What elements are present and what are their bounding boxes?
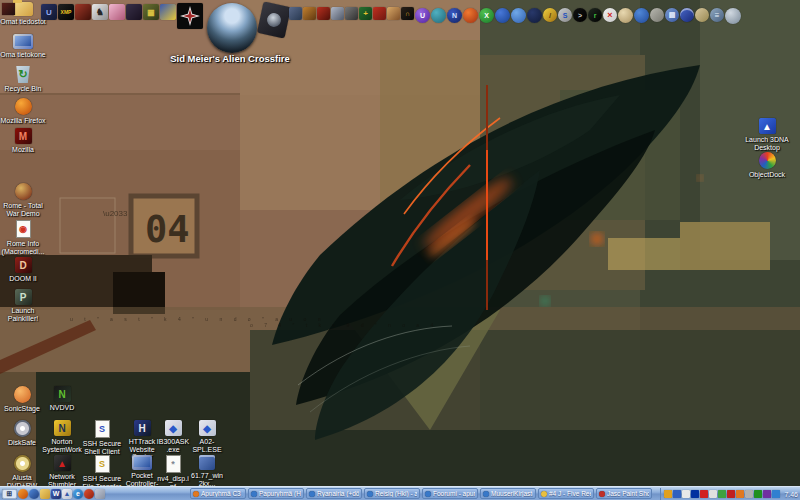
misc-quick-icon[interactable]	[95, 489, 105, 499]
desktop-icon-ib300ask-exe[interactable]: ◆IB300ASK.exe	[156, 420, 190, 453]
black-book-icon[interactable]	[257, 1, 291, 38]
task-button-2[interactable]: Papuryhmä (Hki) - ap...	[248, 488, 304, 499]
tray-icon-11[interactable]	[754, 490, 762, 498]
driver-installer-icon	[199, 455, 215, 470]
start-button[interactable]: ⊞	[2, 489, 17, 499]
ie-quick-icon[interactable]: e	[73, 489, 83, 499]
desktop-icon-disksafe[interactable]: DiskSafe	[2, 420, 42, 447]
alien-crossfire-globe-icon[interactable]	[207, 3, 257, 53]
icon-glyph: XMP	[61, 9, 72, 15]
task-button-1[interactable]: Apuryhmä C3 Foorumi -	[190, 488, 246, 499]
tray-icon-3[interactable]	[682, 490, 690, 498]
compass-icon[interactable]	[177, 3, 203, 29]
alusta-dvd-icon	[14, 455, 31, 472]
desktop-icon-rome-info-macromedi[interactable]: ◉Rome Info (Macromedi...	[0, 220, 46, 255]
task-button-8[interactable]: Jasc Paint Shop Pro	[596, 488, 652, 499]
browser-ball-quick-icon[interactable]	[29, 489, 39, 499]
tray-icon-6[interactable]	[709, 490, 717, 498]
desktop-icon-doom-ii[interactable]: DDOOM II	[0, 257, 46, 283]
desktop-icon-nvdvd[interactable]: NNVDVD	[42, 386, 82, 412]
monk-icon[interactable]	[387, 7, 400, 20]
tray-icon-13[interactable]	[772, 490, 780, 498]
green-monitor-icon[interactable]: r	[588, 8, 602, 22]
dark-app-icon[interactable]	[126, 4, 142, 20]
desktop-icon-mozilla[interactable]: MMozilla	[0, 128, 46, 154]
desktop-icon-ssh-secure-shell-client[interactable]: SSSH Secure Shell Client	[82, 420, 122, 455]
blue-ball-icon[interactable]	[495, 8, 510, 23]
pistol-icon[interactable]	[345, 7, 358, 20]
calculator-icon[interactable]: ▤	[665, 8, 679, 22]
tray-icon-5[interactable]	[700, 490, 708, 498]
desktop-icon-61-77-win2kx[interactable]: 61.77_win2kx...	[190, 455, 224, 487]
desktop-icon-launch-painkiller[interactable]: PLaunch Painkiller!	[0, 289, 46, 322]
task-button-4[interactable]: Reisig (Hki) - apuryt...	[364, 488, 420, 499]
navy-cursor-icon[interactable]: N	[447, 8, 462, 23]
httrack-icon: H	[134, 420, 151, 436]
desktop-icon-objectdock[interactable]: ObjectDock	[742, 152, 792, 179]
grey-box-icon[interactable]	[650, 8, 664, 22]
map-pencil-icon[interactable]	[695, 8, 709, 22]
icon-glyph: ▦	[147, 8, 155, 17]
terminal-icon[interactable]: >	[573, 8, 587, 22]
utopia-u-icon[interactable]: U	[41, 4, 57, 20]
kanji-icon[interactable]	[373, 7, 386, 20]
gold-helmet-icon[interactable]: ∩	[401, 7, 414, 20]
task-button-3[interactable]: Ryanairia (+dönk) - ap...	[306, 488, 362, 499]
desktop-icon-a02-spl-ese[interactable]: ◆A02-SPL.ESE	[190, 420, 224, 453]
word-quick-icon[interactable]: W	[51, 489, 61, 499]
tray-icon-12[interactable]	[763, 490, 771, 498]
desktop-icon-recycle-bin[interactable]: ↻Recycle Bin	[0, 66, 46, 93]
desktop-icon-alusta-dvd-rw[interactable]: Alusta DVD+RW	[2, 455, 42, 489]
light-blue-ball-icon[interactable]	[511, 8, 526, 23]
drive-stack-icon[interactable]: ≡	[710, 8, 724, 22]
chess-icon[interactable]: ♞	[92, 4, 108, 20]
green-card-icon[interactable]: +	[359, 7, 372, 20]
desktop-icon-mozilla-firefox[interactable]: Mozilla Firefox	[0, 98, 46, 125]
desktop-icon-network-stumbler[interactable]: ▲Network Stumbler	[42, 455, 82, 488]
media-quick-icon[interactable]	[84, 489, 94, 499]
purple-u-ball-icon[interactable]: U	[415, 8, 430, 23]
desktop-icon-nv4-disp-inf[interactable]: *nv4_disp.inf	[156, 455, 190, 490]
task-button-5[interactable]: Foorumi - apuryhmä.net	[422, 488, 478, 499]
desktop-icon-rome-total-war-demo[interactable]: Rome - Total War Demo	[0, 183, 46, 217]
demon-face-icon[interactable]	[75, 4, 91, 20]
dock-hover-label: Sid Meier's Alien Crossfire	[140, 53, 320, 64]
mini-app-icon[interactable]	[2, 3, 15, 15]
tray-icon-9[interactable]	[736, 490, 744, 498]
tray-icon-8[interactable]	[727, 490, 735, 498]
icon-glyph: N	[58, 389, 65, 400]
tray-icon-7[interactable]	[718, 490, 726, 498]
clock[interactable]: 7.46	[784, 491, 798, 498]
desktop-icon-sonicstage[interactable]: SonicStage	[2, 386, 42, 413]
teal-globe-icon[interactable]	[431, 8, 446, 23]
anime-icon[interactable]	[109, 4, 125, 20]
tray-icon-10[interactable]	[745, 490, 753, 498]
task-button-6[interactable]: MuuseriKirjasto (+klip)	[480, 488, 536, 499]
green-x-ball-icon[interactable]: X	[479, 8, 494, 23]
shield-icon[interactable]	[289, 7, 302, 20]
blue-cube-icon[interactable]	[680, 8, 694, 22]
folder-quick-icon[interactable]	[40, 489, 50, 499]
silver-clock-icon[interactable]	[725, 8, 741, 24]
psp-x-icon[interactable]: ×	[603, 8, 617, 22]
xmp-icon[interactable]: XMP	[58, 4, 74, 20]
firefox-quick-icon[interactable]	[18, 489, 28, 499]
boar-icon[interactable]	[303, 7, 316, 20]
monitor-s-icon[interactable]: S	[558, 8, 572, 22]
tray-icon-2[interactable]	[673, 490, 681, 498]
desktop-icon-launch-3dna-desktop[interactable]: ▲Launch 3DNA Desktop	[742, 118, 792, 151]
triangle-app-quick-icon[interactable]: ▲	[62, 489, 72, 499]
orange-ball-icon[interactable]	[463, 8, 478, 23]
tray-icon-1[interactable]	[664, 490, 672, 498]
tray-icon-4[interactable]	[691, 490, 699, 498]
lightning-icon[interactable]: /	[543, 8, 557, 22]
spartan-helmet-icon[interactable]	[317, 7, 330, 20]
icon-label: 61.77_win2kx...	[190, 472, 224, 487]
knight-helmet-icon[interactable]	[331, 7, 344, 20]
dark-navy-ball-icon[interactable]	[527, 8, 542, 23]
task-button-7[interactable]: #4 J - Five Reel Ch...	[538, 488, 594, 499]
blue-globe-icon[interactable]	[634, 8, 649, 23]
tan-disc-icon[interactable]	[618, 8, 633, 23]
wizard-icon[interactable]	[160, 4, 176, 20]
strategy-grid-icon[interactable]: ▦	[143, 4, 159, 20]
